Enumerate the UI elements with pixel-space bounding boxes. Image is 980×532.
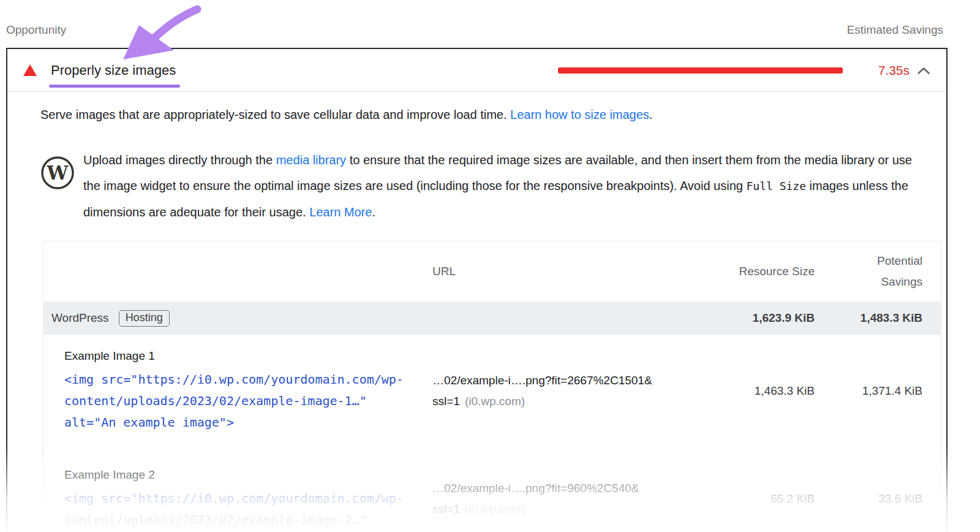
title-underline-annotation	[49, 85, 180, 88]
url-text: …02/example-i….png?fit=960%2C540&	[432, 482, 639, 495]
table-header-row: URL Resource Size Potential Savings	[43, 241, 941, 302]
estimated-savings-column-label: Estimated Savings	[847, 23, 943, 37]
full-size-code-text: Full Size	[746, 180, 806, 192]
stack-pack-text: Upload images directly through the media…	[83, 147, 913, 225]
description-text: Serve images that are appropriately-size…	[40, 108, 510, 121]
stack-pack-note: W Upload images directly through the med…	[40, 147, 924, 225]
resource-url: …02/example-i….png?fit=2667%2C1501& ssl=…	[423, 370, 707, 412]
audit-card: Properly size images 7.35s Serve images …	[6, 48, 948, 532]
resource-url: …02/example-i….png?fit=960%2C540& ssl=1(…	[423, 478, 707, 520]
item-label: Example Image 2	[64, 468, 423, 482]
hosting-badge: Hosting	[119, 310, 170, 327]
group-name: WordPress	[51, 311, 109, 325]
item-label: Example Image 1	[64, 349, 423, 363]
savings-bar	[558, 67, 843, 74]
url-origin: (i0.wp.com)	[465, 395, 525, 408]
potential-savings-value: 33.6 KiB	[815, 492, 922, 506]
svg-text:W: W	[47, 162, 69, 184]
url-origin: (i0.wp.com)	[465, 503, 525, 515]
url-column-header: URL	[423, 265, 707, 278]
img-code-snippet: <img src="https://i0.wp.com/yourdomain.c…	[64, 488, 412, 531]
resources-table: URL Resource Size Potential Savings Word…	[43, 241, 941, 532]
savings-value: 7.35s	[878, 63, 910, 78]
audit-title: Properly size images	[51, 63, 176, 78]
potential-savings-column-header: Potential Savings	[864, 251, 922, 292]
table-row: Example Image 1 <img src="https://i0.wp.…	[43, 335, 941, 447]
learn-more-link[interactable]: Learn More	[309, 205, 372, 219]
url-text: ssl=1	[432, 395, 460, 408]
group-resource-size: 1,623.9 KiB	[707, 311, 815, 325]
img-code-snippet: <img src="https://i0.wp.com/yourdomain.c…	[64, 369, 412, 433]
url-text: ssl=1	[432, 503, 460, 515]
wordpress-group-row: WordPress Hosting 1,623.9 KiB 1,483.3 Ki…	[43, 302, 941, 335]
url-text: …02/example-i….png?fit=2667%2C1501&	[432, 374, 652, 387]
page: Opportunity Estimated Savings Properly s…	[0, 0, 980, 532]
note-segment: .	[372, 205, 375, 219]
chevron-up-icon[interactable]	[917, 66, 930, 75]
media-library-link[interactable]: media library	[276, 153, 346, 167]
learn-how-to-size-images-link[interactable]: Learn how to size images	[510, 108, 649, 121]
note-segment: Upload images directly through the	[83, 153, 276, 167]
potential-savings-value: 1,371.4 KiB	[815, 384, 922, 398]
description-suffix: .	[649, 108, 653, 121]
warning-triangle-icon	[23, 64, 37, 76]
wordpress-logo: W	[40, 156, 75, 190]
resource-size-value: 65.2 KiB	[707, 492, 815, 506]
resource-size-column-header: Resource Size	[707, 265, 815, 278]
opportunity-column-label: Opportunity	[6, 23, 66, 37]
resource-size-value: 1,463.3 KiB	[707, 384, 815, 398]
audit-header[interactable]: Properly size images 7.35s	[7, 49, 946, 92]
audit-description: Serve images that are appropriately-size…	[40, 105, 924, 124]
table-row: Example Image 2 <img src="https://i0.wp.…	[43, 447, 941, 532]
group-potential-savings: 1,483.3 KiB	[815, 311, 922, 325]
